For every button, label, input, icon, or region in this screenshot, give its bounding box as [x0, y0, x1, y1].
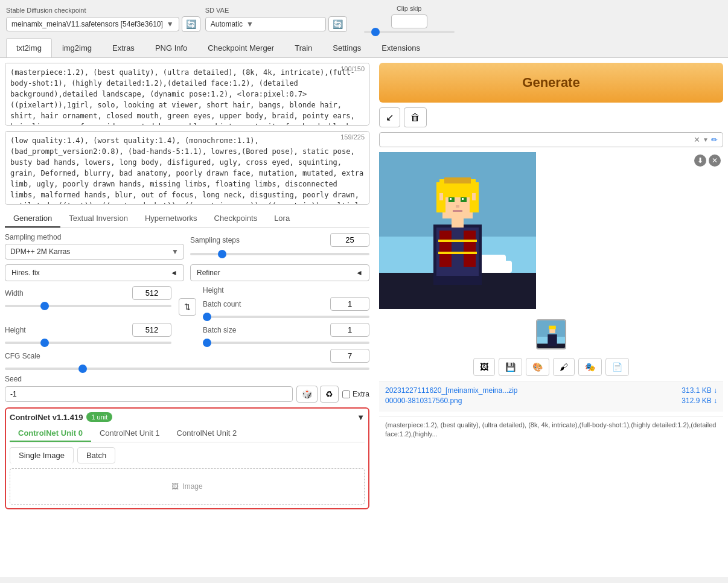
svg-rect-8: [439, 231, 452, 267]
height-label2: Height: [5, 326, 26, 334]
image-download-button[interactable]: ⬇: [694, 155, 706, 167]
sampling-method-arrow-icon: ▼: [171, 247, 179, 256]
batch-size-slider[interactable]: [203, 342, 369, 344]
negative-prompt-counter: 159/225: [340, 133, 365, 141]
sampling-method-select[interactable]: DPM++ 2M Karras ▼: [5, 244, 184, 260]
cn-single-image-tab[interactable]: Single Image: [10, 447, 74, 464]
tab-train[interactable]: Train: [284, 38, 322, 57]
hires-fix-arrow-icon: ◄: [170, 269, 177, 277]
document-button[interactable]: 📄: [605, 358, 629, 376]
clip-skip-label: Clip skip: [397, 5, 422, 12]
style-dropdown-icon[interactable]: ▼: [703, 136, 709, 143]
controlnet-expand-icon[interactable]: ▼: [357, 413, 365, 422]
width-label: Width: [5, 289, 24, 298]
sampling-steps-slider[interactable]: [190, 253, 369, 255]
svg-rect-30: [548, 334, 557, 346]
cn-tab-unit2[interactable]: ControlNet Unit 2: [168, 425, 246, 442]
hires-fix-button[interactable]: Hires. fix ◄: [5, 264, 184, 281]
checkpoint-select[interactable]: meinamix_meinaV11.safetensors [54ef3e361…: [6, 17, 179, 31]
controlnet-tabs: ControlNet Unit 0 ControlNet Unit 1 Cont…: [10, 425, 365, 442]
sampling-method-label: Sampling method: [5, 233, 184, 241]
height-input[interactable]: [132, 323, 171, 337]
send-inpaint-button[interactable]: 🖌: [553, 358, 575, 376]
zip-file-size: 313.1 KB ↓: [682, 386, 717, 395]
tab-checkpoints[interactable]: Checkpoints: [206, 210, 266, 228]
tab-txt2img[interactable]: txt2img: [6, 38, 52, 57]
tab-pnginfo[interactable]: PNG Info: [145, 38, 197, 57]
checkpoint-arrow-icon: ▼: [167, 20, 174, 28]
cn-batch-tab[interactable]: Batch: [77, 447, 115, 464]
sampling-steps-input[interactable]: [330, 233, 369, 247]
batch-size-label: Batch size: [203, 326, 236, 334]
style-clear-icon[interactable]: ✕: [694, 135, 700, 144]
cn-tab-unit0[interactable]: ControlNet Unit 0: [10, 425, 91, 442]
save-image-button[interactable]: 💾: [499, 358, 522, 376]
tab-extensions[interactable]: Extensions: [371, 38, 430, 57]
tab-checkpoint-merger[interactable]: Checkpoint Merger: [197, 38, 284, 57]
svg-rect-9: [464, 231, 476, 267]
style-edit-icon[interactable]: ✏: [711, 135, 718, 144]
batch-count-slider[interactable]: [203, 316, 369, 318]
seed-dice-button[interactable]: 🎲: [296, 386, 318, 403]
vae-select[interactable]: Automatic ▼: [205, 17, 326, 31]
checkpoint-value: meinamix_meinaV11.safetensors [54ef3e361…: [11, 20, 163, 28]
svg-rect-10: [438, 240, 477, 242]
svg-rect-32: [549, 326, 556, 330]
vae-refresh-button[interactable]: 🔄: [328, 16, 347, 32]
send-extras-button[interactable]: 🎨: [526, 358, 549, 376]
cn-tab-unit1[interactable]: ControlNet Unit 1: [91, 425, 168, 442]
height-slider[interactable]: [5, 342, 171, 344]
hires-fix-label: Hires. fix: [11, 269, 40, 277]
image-wrapper: ⬇ ✕: [379, 152, 723, 311]
positive-prompt[interactable]: (masterpiece:1.2), (best quality), (ultr…: [5, 63, 369, 126]
style-input[interactable]: [385, 136, 694, 144]
vae-value: Automatic: [211, 20, 243, 28]
generate-button[interactable]: Generate: [379, 63, 723, 103]
tab-generation[interactable]: Generation: [5, 210, 60, 228]
arrow-down-button[interactable]: ↙: [379, 107, 400, 127]
tab-lora[interactable]: Lora: [266, 210, 298, 228]
clip-skip-input[interactable]: 2: [391, 14, 427, 28]
seed-input[interactable]: [5, 386, 293, 402]
sampling-steps-label: Sampling steps: [190, 236, 240, 244]
output-prompt: (masterpiece:1.2), (best quality), (ultr…: [379, 416, 723, 443]
drop-area-text: Image: [182, 482, 202, 491]
refiner-label: Refiner: [197, 269, 220, 277]
trash-button[interactable]: 🗑: [404, 107, 427, 127]
thumbnail-row: [379, 319, 723, 349]
height-label: Height: [203, 286, 224, 295]
svg-rect-22: [456, 205, 459, 208]
generated-image: [379, 152, 536, 309]
tab-textual-inversion[interactable]: Textual Inversion: [60, 210, 136, 228]
color-picker-button[interactable]: 🎭: [578, 358, 602, 376]
png-file-link[interactable]: 00000-3810317560.png: [385, 397, 462, 405]
seed-recycle-button[interactable]: ♻: [320, 386, 339, 403]
tab-hypernetworks[interactable]: Hypernetworks: [136, 210, 206, 228]
clip-skip-slider[interactable]: [364, 31, 455, 33]
controlnet-unit-badge: 1 unit: [86, 412, 112, 422]
tab-extras[interactable]: Extras: [102, 38, 145, 57]
send-img2img-button[interactable]: 🖼: [473, 358, 495, 376]
width-slider[interactable]: [5, 305, 171, 307]
batch-count-input[interactable]: [330, 297, 369, 311]
negative-prompt[interactable]: (low quality:1.4), (worst quality:1.4), …: [5, 131, 369, 205]
svg-rect-21: [462, 198, 464, 200]
file-info: 20231227111620_[meinamix_meina...zip 313…: [379, 381, 723, 412]
cfg-scale-slider[interactable]: [5, 368, 369, 370]
extra-label: Extra: [353, 390, 369, 398]
checkpoint-refresh-button[interactable]: 🔄: [182, 16, 200, 32]
batch-size-input[interactable]: [330, 323, 369, 337]
refiner-button[interactable]: Refiner ◄: [190, 264, 369, 281]
refiner-arrow-icon: ◄: [356, 269, 363, 277]
image-thumbnail[interactable]: [536, 319, 566, 349]
controlnet-title: ControlNet v1.1.419: [10, 413, 83, 422]
controlnet-image-drop[interactable]: 🖼 Image: [10, 468, 365, 505]
tab-settings[interactable]: Settings: [322, 38, 371, 57]
image-close-button[interactable]: ✕: [709, 155, 721, 167]
tab-img2img[interactable]: img2img: [52, 38, 102, 57]
extra-checkbox[interactable]: [342, 390, 350, 398]
width-input[interactable]: [132, 286, 171, 300]
zip-file-link[interactable]: 20231227111620_[meinamix_meina...zip: [385, 386, 518, 395]
cfg-scale-input[interactable]: [330, 349, 369, 363]
swap-dimensions-button[interactable]: ⇅: [179, 298, 196, 316]
